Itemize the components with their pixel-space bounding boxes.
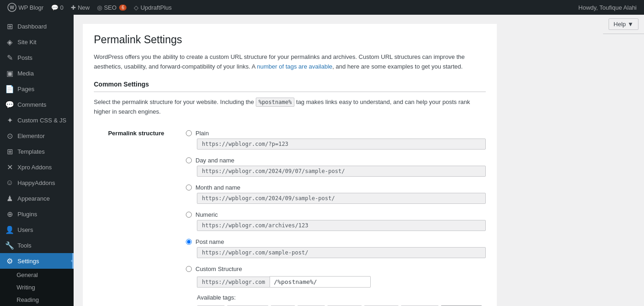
custom-structure-text: Custom Structure <box>196 266 242 272</box>
custom-structure-radio[interactable] <box>186 266 192 272</box>
main-content: Permalink Settings WordPress offers you … <box>74 15 644 306</box>
day-and-name-url: https://wpblogr.com/2024/09/07/sample-po… <box>197 166 486 177</box>
sidebar-item-label: Users <box>17 226 33 233</box>
sidebar-item-label: Plugins <box>17 211 37 218</box>
settings-wrap: Permalink Settings WordPress offers you … <box>83 24 497 306</box>
sidebar-item-label: Media <box>17 70 34 77</box>
sidebar-item-elementor[interactable]: ⊙ Elementor <box>0 128 74 144</box>
xpro-icon: ✕ <box>6 163 14 171</box>
sidebar-item-label: Pages <box>17 86 34 92</box>
custom-css-icon: ✦ <box>6 116 14 124</box>
submenu-writing[interactable]: Writing <box>0 281 74 294</box>
description-link: number of tags are available <box>257 63 333 70</box>
comments-count: 0 <box>60 4 63 11</box>
sidebar-item-label: Settings <box>17 258 39 265</box>
posts-icon: ✎ <box>6 53 14 62</box>
settings-icon: ⚙ <box>6 257 14 265</box>
seo-menu[interactable]: ◎ SEO 6 <box>93 0 130 15</box>
sidebar-item-comments[interactable]: 💬 Comments <box>0 97 74 112</box>
permalink-structure-label: Permalink structure <box>94 124 186 306</box>
option-plain: Plain https://wpblogr.com/?p=123 <box>186 130 486 150</box>
option-day-and-name: Day and name https://wpblogr.com/2024/09… <box>186 157 486 177</box>
option-month-and-name: Month and name https://wpblogr.com/2024/… <box>186 184 486 204</box>
happy-addons-icon: ☺ <box>6 179 14 187</box>
pages-icon: 📄 <box>6 85 14 93</box>
sidebar-item-settings[interactable]: ⚙ Settings <box>0 253 74 269</box>
comments-link[interactable]: 💬 0 <box>47 0 67 15</box>
post-name-label[interactable]: Post name <box>186 238 486 245</box>
new-content-button[interactable]: ✚ New <box>67 0 93 15</box>
day-and-name-text: Day and name <box>196 157 235 164</box>
sidebar-item-plugins[interactable]: ⊕ Plugins <box>0 206 74 222</box>
numeric-radio[interactable] <box>186 212 192 218</box>
wp-logo[interactable]: W WP Blogr <box>4 0 47 15</box>
help-button-wrap: Help ▼ <box>603 15 644 34</box>
sidebar-item-media[interactable]: ▣ Media <box>0 65 74 81</box>
help-button[interactable]: Help ▼ <box>609 18 638 30</box>
post-name-url: https://wpblogr.com/sample-post/ <box>197 247 486 258</box>
plain-label[interactable]: Plain <box>186 130 486 137</box>
tags-link[interactable]: number of tags are available <box>257 63 333 70</box>
seo-icon: ◎ <box>97 4 102 11</box>
sidebar-item-templates[interactable]: ⊞ Templates <box>0 144 74 159</box>
tools-icon: 🔧 <box>6 241 14 249</box>
custom-structure-field[interactable] <box>270 276 371 288</box>
sidebar-item-site-kit[interactable]: ◈ Site Kit <box>0 34 74 50</box>
elementor-icon: ⊙ <box>6 132 14 140</box>
sidebar: ⊞ Dashboard ◈ Site Kit ✎ Posts ▣ Media 📄… <box>0 15 74 306</box>
permalink-form-table: Permalink structure Plain https://wpblog <box>94 124 486 306</box>
sidebar-item-custom-css-js[interactable]: ✦ Custom CSS & JS <box>0 112 74 128</box>
month-and-name-url: https://wpblogr.com/2024/09/sample-post/ <box>197 193 486 204</box>
common-settings-title: Common Settings <box>94 81 486 92</box>
updraft-icon: ◇ <box>134 4 138 11</box>
settings-submenu: General Writing Reading Discussion <box>0 269 74 306</box>
custom-structure-label[interactable]: Custom Structure <box>186 266 486 272</box>
custom-url-base: https://wpblogr.com <box>197 277 270 288</box>
numeric-text: Numeric <box>196 211 218 218</box>
plain-radio[interactable] <box>186 130 192 136</box>
sidebar-item-label: HappyAddons <box>17 179 55 186</box>
permalink-options-cell: Plain https://wpblogr.com/?p=123 Day and… <box>186 124 486 306</box>
sidebar-item-appearance[interactable]: ♟ Appearance <box>0 191 74 206</box>
howdy-text: Howdy, Toufique Alahi <box>578 4 637 11</box>
sidebar-item-tools[interactable]: 🔧 Tools <box>0 237 74 253</box>
numeric-label[interactable]: Numeric <box>186 211 486 218</box>
page-description: WordPress offers you the ability to crea… <box>94 52 486 72</box>
day-and-name-radio[interactable] <box>186 157 192 163</box>
site-name: WP Blogr <box>18 4 44 11</box>
submenu-reading[interactable]: Reading <box>0 294 74 306</box>
seo-badge: 6 <box>119 5 126 11</box>
page-title: Permalink Settings <box>94 33 486 47</box>
sidebar-item-label: Appearance <box>17 195 50 202</box>
sidebar-item-dashboard[interactable]: ⊞ Dashboard <box>0 18 74 34</box>
new-label: New <box>78 4 90 11</box>
sidebar-item-pages[interactable]: 📄 Pages <box>0 81 74 97</box>
site-kit-icon: ◈ <box>6 38 14 46</box>
sidebar-item-label: Dashboard <box>17 23 47 30</box>
postname-code: %postname% <box>256 98 294 107</box>
active-arrow <box>71 258 74 264</box>
month-and-name-radio[interactable] <box>186 185 192 191</box>
updraftplus-menu[interactable]: ◇ UpdraftPlus <box>130 0 175 15</box>
sidebar-item-xpro-addons[interactable]: ✕ Xpro Addons <box>0 159 74 175</box>
sidebar-item-label: Custom CSS & JS <box>17 117 66 124</box>
sidebar-item-users[interactable]: 👤 Users <box>0 222 74 237</box>
day-and-name-label[interactable]: Day and name <box>186 157 486 164</box>
media-icon: ▣ <box>6 69 14 77</box>
plain-url: https://wpblogr.com/?p=123 <box>197 139 486 150</box>
sidebar-item-label: Templates <box>17 148 45 155</box>
post-name-text: Post name <box>196 238 224 245</box>
svg-text:W: W <box>10 5 14 10</box>
option-custom-structure: Custom Structure https://wpblogr.com Ava… <box>186 266 486 306</box>
post-name-radio[interactable] <box>186 239 192 245</box>
help-label: Help ▼ <box>614 21 633 28</box>
sidebar-item-posts[interactable]: ✎ Posts <box>0 50 74 65</box>
month-and-name-label[interactable]: Month and name <box>186 184 486 191</box>
comments-sidebar-icon: 💬 <box>6 100 14 109</box>
howdy-menu[interactable]: Howdy, Toufique Alahi <box>575 0 640 15</box>
templates-icon: ⊞ <box>6 147 14 156</box>
select-info-prefix: Select the permalink structure for your … <box>94 98 256 105</box>
month-and-name-text: Month and name <box>196 184 241 191</box>
sidebar-item-happy-addons[interactable]: ☺ HappyAddons <box>0 175 74 191</box>
submenu-general[interactable]: General <box>0 269 74 281</box>
